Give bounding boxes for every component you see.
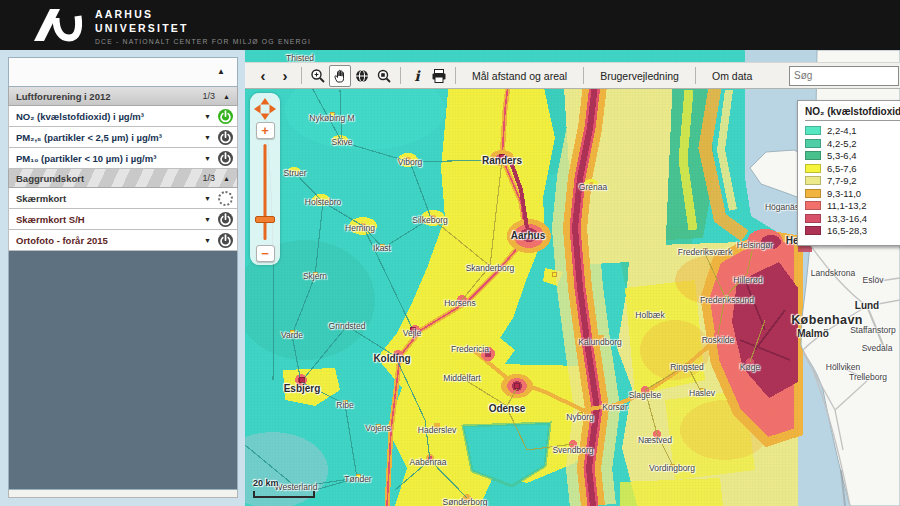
map-navigation-control: + − (250, 93, 280, 265)
pan-pad-icon[interactable] (252, 96, 278, 122)
back-button[interactable]: ‹ (252, 65, 274, 87)
layer-row-pm25[interactable]: PM₂,₅ (partikler < 2,5 µm) i µg/m³ ▼ (8, 127, 238, 148)
layer-label: NO₂ (kvælstofdioxid) i µg/m³ (16, 111, 144, 122)
legend-class: 4,2-5,2 (805, 138, 900, 149)
layer-label: PM₁₀ (partikler < 10 µm) i µg/m³ (16, 153, 156, 164)
university-name-line2: UNIVERSITET (95, 22, 311, 36)
legend-class: 5,3-6,4 (805, 150, 900, 161)
legend-swatch (805, 126, 821, 135)
legend-range-label: 13,3-16,4 (827, 213, 867, 224)
layer-row-skaermkort-sh[interactable]: Skærmkort S/H ▼ (8, 209, 238, 230)
user-guide-button[interactable]: Brugervejledning (589, 63, 690, 89)
group-count: 1/3 (203, 173, 216, 183)
info-button[interactable]: i (406, 65, 428, 87)
scale-bar: 20 km (253, 472, 315, 498)
university-name-line1: AARHUS (95, 8, 311, 22)
toolbar-separator (695, 67, 696, 84)
legend-swatch (805, 164, 821, 173)
search-input[interactable] (789, 66, 899, 86)
legend-range-label: 7,7-9,2 (827, 175, 857, 186)
power-toggle-icon[interactable] (218, 130, 233, 145)
layer-row-skaermkort[interactable]: Skærmkort ▼ (8, 188, 238, 209)
zoom-to-area-button[interactable] (373, 65, 395, 87)
legend-range-label: 16,5-28,3 (827, 225, 867, 236)
layer-row-pm10[interactable]: PM₁₀ (partikler < 10 µm) i µg/m³ ▼ (8, 148, 238, 169)
group-title: Baggrundskort (16, 173, 84, 184)
chevron-up-icon: ▲ (223, 93, 230, 100)
layer-label: Ortofoto - forår 2015 (16, 235, 108, 246)
legend-class: 7,7-9,2 (805, 175, 900, 186)
power-toggle-icon[interactable] (218, 233, 233, 248)
scale-line (253, 491, 315, 498)
power-toggle-icon[interactable] (218, 151, 233, 166)
chevron-down-icon[interactable]: ▼ (197, 155, 218, 162)
legend-range-label: 11,1-13,2 (827, 200, 866, 211)
toolbar-separator (583, 67, 584, 84)
legend-range-label: 9,3-11,0 (827, 188, 861, 199)
zoom-slider-handle[interactable] (255, 216, 275, 223)
measure-button[interactable]: Mål afstand og areal (461, 63, 578, 89)
full-extent-button[interactable] (351, 65, 373, 87)
toolbar-separator (301, 67, 302, 84)
legend-swatch (805, 139, 821, 148)
aarhus-university-logo (26, 5, 88, 45)
layer-label: PM₂,₅ (partikler < 2,5 µm) i µg/m³ (16, 132, 162, 143)
forward-icon: › (283, 67, 288, 84)
info-icon: i (414, 68, 419, 84)
globe-icon (354, 68, 370, 84)
magnifier-area-icon (376, 68, 392, 84)
zoom-slider-track[interactable] (264, 144, 267, 240)
magnifier-icon (310, 68, 326, 84)
chevron-down-icon[interactable]: ▼ (197, 195, 218, 202)
group-header-air-pollution[interactable]: Luftforurening i 2012 1/3 ▲ (8, 87, 238, 106)
toolbar-separator (400, 67, 401, 84)
panel-empty-area (8, 251, 238, 490)
layer-row-ortofoto[interactable]: Ortofoto - forår 2015 ▼ (8, 230, 238, 251)
legend-class: 9,3-11,0 (805, 188, 900, 199)
scale-label: 20 km (253, 478, 279, 488)
zoom-out-button[interactable]: − (256, 245, 275, 262)
group-header-basemaps[interactable]: Baggrundskort 1/3 ▲ (8, 169, 238, 188)
back-icon: ‹ (261, 67, 266, 84)
loading-spinner-icon[interactable] (218, 191, 233, 206)
legend-swatch (805, 176, 821, 185)
legend-classes: 2,2-4,14,2-5,25,3-6,46,5-7,67,7-9,29,3-1… (805, 125, 900, 236)
legend-swatch (805, 214, 821, 223)
hand-icon (332, 68, 348, 84)
legend-class: 13,3-16,4 (805, 213, 900, 224)
panel-collapse-bar[interactable]: ▲ (8, 57, 238, 87)
chevron-down-icon[interactable]: ▼ (197, 216, 218, 223)
zoom-in-button[interactable]: + (256, 122, 275, 139)
legend-class: 16,5-28,3 (805, 225, 900, 236)
panel-resize-handle[interactable] (8, 490, 238, 498)
about-data-button[interactable]: Om data (701, 63, 763, 89)
legend-range-label: 2,2-4,1 (827, 125, 857, 136)
chevron-down-icon[interactable]: ▼ (197, 134, 218, 141)
legend-title: NO₂ (kvælstofdioxid) (805, 106, 900, 121)
layer-label: Skærmkort S/H (16, 214, 85, 225)
header-bar: AARHUS UNIVERSITET DCE - NATIONALT CENTE… (0, 0, 900, 50)
chevron-up-icon: ▲ (223, 175, 230, 182)
zoom-in-tool-button[interactable] (307, 65, 329, 87)
layer-row-no2[interactable]: NO₂ (kvælstofdioxid) i µg/m³ ▼ (8, 106, 238, 127)
department-name: DCE - NATIONALT CENTER FOR MILJØ OG ENER… (95, 38, 311, 45)
chevron-up-icon: ▲ (217, 68, 225, 76)
toolbar-separator (455, 67, 456, 84)
legend-class: 2,2-4,1 (805, 125, 900, 136)
brand-text: AARHUS UNIVERSITET DCE - NATIONALT CENTE… (95, 8, 311, 45)
pan-tool-button[interactable] (329, 65, 351, 87)
chevron-down-icon[interactable]: ▼ (197, 237, 218, 244)
print-button[interactable] (428, 65, 450, 87)
legend-range-label: 4,2-5,2 (827, 138, 857, 149)
layer-label: Skærmkort (16, 193, 66, 204)
map-area[interactable]: ThistedNykøbing MSkiveStruerViborgRander… (245, 50, 900, 506)
zoom-slider[interactable] (250, 142, 280, 242)
legend-swatch (805, 226, 821, 235)
legend-range-label: 6,5-7,6 (827, 163, 857, 174)
layers-panel: ▲ Luftforurening i 2012 1/3 ▲ NO₂ (kvæls… (8, 57, 238, 498)
forward-button[interactable]: › (274, 65, 296, 87)
power-toggle-icon[interactable] (218, 109, 233, 124)
power-toggle-icon[interactable] (218, 212, 233, 227)
chevron-down-icon[interactable]: ▼ (197, 113, 218, 120)
legend-class: 6,5-7,6 (805, 163, 900, 174)
